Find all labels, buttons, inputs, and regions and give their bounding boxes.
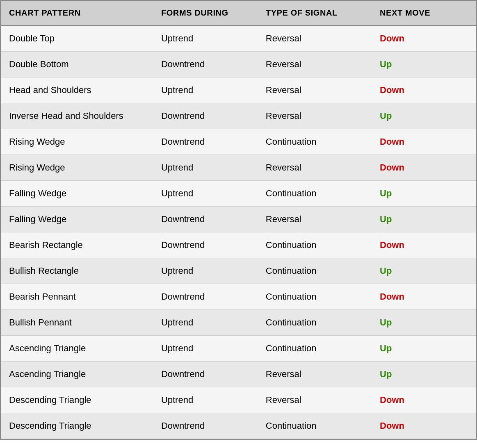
table-row: Descending TriangleUptrendReversalDown bbox=[1, 387, 476, 413]
cell-chart-pattern: Ascending Triangle bbox=[1, 362, 153, 387]
cell-chart-pattern: Falling Wedge bbox=[1, 207, 153, 232]
next-move-value: Up bbox=[380, 214, 392, 224]
cell-forms-during: Downtrend bbox=[153, 52, 258, 77]
cell-next-move: Down bbox=[372, 25, 476, 52]
cell-type-of-signal: Continuation bbox=[258, 181, 372, 207]
next-move-value: Down bbox=[380, 291, 404, 302]
table-row: Head and ShouldersUptrendReversalDown bbox=[1, 77, 476, 103]
cell-type-of-signal: Reversal bbox=[258, 52, 372, 77]
cell-type-of-signal: Reversal bbox=[258, 25, 372, 52]
table-row: Bearish PennantDowntrendContinuationDown bbox=[1, 284, 476, 310]
header-type-of-signal: TYPE OF SIGNAL bbox=[258, 1, 372, 25]
table-row: Bullish RectangleUptrendContinuationUp bbox=[1, 258, 476, 284]
next-move-value: Down bbox=[380, 421, 404, 431]
header-forms-during: FORMS DURING bbox=[153, 1, 258, 25]
cell-type-of-signal: Continuation bbox=[258, 129, 372, 155]
next-move-value: Up bbox=[380, 317, 392, 327]
next-move-value: Down bbox=[380, 240, 404, 250]
cell-next-move: Up bbox=[372, 181, 476, 207]
cell-forms-during: Uptrend bbox=[153, 25, 258, 52]
next-move-value: Up bbox=[380, 266, 392, 276]
cell-forms-during: Uptrend bbox=[153, 258, 258, 284]
next-move-value: Up bbox=[380, 59, 392, 69]
cell-forms-during: Uptrend bbox=[153, 310, 258, 336]
cell-type-of-signal: Continuation bbox=[258, 310, 372, 336]
cell-chart-pattern: Descending Triangle bbox=[1, 413, 153, 439]
cell-next-move: Up bbox=[372, 207, 476, 232]
cell-chart-pattern: Descending Triangle bbox=[1, 387, 153, 413]
table-row: Falling WedgeDowntrendReversalUp bbox=[1, 207, 476, 232]
cell-chart-pattern: Bullish Rectangle bbox=[1, 258, 153, 284]
cell-chart-pattern: Bullish Pennant bbox=[1, 310, 153, 336]
header-chart-pattern: CHART PATTERN bbox=[1, 1, 153, 25]
cell-chart-pattern: Double Top bbox=[1, 25, 153, 52]
cell-next-move: Down bbox=[372, 129, 476, 155]
next-move-value: Up bbox=[380, 343, 392, 353]
cell-type-of-signal: Continuation bbox=[258, 232, 372, 258]
cell-type-of-signal: Reversal bbox=[258, 207, 372, 232]
cell-next-move: Up bbox=[372, 103, 476, 129]
cell-type-of-signal: Reversal bbox=[258, 362, 372, 387]
cell-type-of-signal: Reversal bbox=[258, 155, 372, 181]
cell-next-move: Down bbox=[372, 232, 476, 258]
cell-next-move: Up bbox=[372, 336, 476, 362]
cell-forms-during: Uptrend bbox=[153, 336, 258, 362]
cell-chart-pattern: Head and Shoulders bbox=[1, 77, 153, 103]
cell-type-of-signal: Continuation bbox=[258, 284, 372, 310]
cell-forms-during: Uptrend bbox=[153, 155, 258, 181]
cell-forms-during: Downtrend bbox=[153, 129, 258, 155]
table-row: Rising WedgeUptrendReversalDown bbox=[1, 155, 476, 181]
cell-forms-during: Uptrend bbox=[153, 181, 258, 207]
cell-next-move: Down bbox=[372, 155, 476, 181]
table-row: Rising WedgeDowntrendContinuationDown bbox=[1, 129, 476, 155]
cell-forms-during: Uptrend bbox=[153, 77, 258, 103]
table-row: Ascending TriangleUptrendContinuationUp bbox=[1, 336, 476, 362]
cell-next-move: Up bbox=[372, 362, 476, 387]
table-row: Bullish PennantUptrendContinuationUp bbox=[1, 310, 476, 336]
cell-chart-pattern: Bearish Rectangle bbox=[1, 232, 153, 258]
cell-chart-pattern: Bearish Pennant bbox=[1, 284, 153, 310]
next-move-value: Down bbox=[380, 85, 404, 95]
cell-type-of-signal: Reversal bbox=[258, 77, 372, 103]
cell-chart-pattern: Ascending Triangle bbox=[1, 336, 153, 362]
table-row: Bearish RectangleDowntrendContinuationDo… bbox=[1, 232, 476, 258]
cell-chart-pattern: Inverse Head and Shoulders bbox=[1, 103, 153, 129]
cell-forms-during: Downtrend bbox=[153, 103, 258, 129]
cell-next-move: Down bbox=[372, 387, 476, 413]
cell-type-of-signal: Continuation bbox=[258, 258, 372, 284]
cell-chart-pattern: Rising Wedge bbox=[1, 129, 153, 155]
cell-type-of-signal: Reversal bbox=[258, 103, 372, 129]
next-move-value: Down bbox=[380, 136, 404, 147]
cell-chart-pattern: Double Bottom bbox=[1, 52, 153, 77]
table-row: Falling WedgeUptrendContinuationUp bbox=[1, 181, 476, 207]
cell-type-of-signal: Reversal bbox=[258, 387, 372, 413]
cell-next-move: Up bbox=[372, 310, 476, 336]
chart-pattern-table: CHART PATTERN FORMS DURING TYPE OF SIGNA… bbox=[0, 0, 477, 440]
next-move-value: Down bbox=[380, 162, 404, 173]
next-move-value: Up bbox=[380, 369, 392, 379]
cell-forms-during: Downtrend bbox=[153, 207, 258, 232]
cell-next-move: Down bbox=[372, 284, 476, 310]
next-move-value: Up bbox=[380, 111, 392, 121]
cell-next-move: Down bbox=[372, 77, 476, 103]
table-row: Double BottomDowntrendReversalUp bbox=[1, 52, 476, 77]
cell-type-of-signal: Continuation bbox=[258, 413, 372, 439]
cell-type-of-signal: Continuation bbox=[258, 336, 372, 362]
cell-forms-during: Downtrend bbox=[153, 362, 258, 387]
cell-forms-during: Downtrend bbox=[153, 232, 258, 258]
cell-forms-during: Uptrend bbox=[153, 387, 258, 413]
table-row: Inverse Head and ShouldersDowntrendRever… bbox=[1, 103, 476, 129]
next-move-value: Up bbox=[380, 188, 392, 198]
cell-next-move: Up bbox=[372, 258, 476, 284]
cell-chart-pattern: Rising Wedge bbox=[1, 155, 153, 181]
cell-chart-pattern: Falling Wedge bbox=[1, 181, 153, 207]
header-next-move: NEXT MOVE bbox=[372, 1, 476, 25]
table-row: Double TopUptrendReversalDown bbox=[1, 25, 476, 52]
cell-forms-during: Downtrend bbox=[153, 284, 258, 310]
cell-forms-during: Downtrend bbox=[153, 413, 258, 439]
table-row: Ascending TriangleDowntrendReversalUp bbox=[1, 362, 476, 387]
table-header-row: CHART PATTERN FORMS DURING TYPE OF SIGNA… bbox=[1, 1, 476, 25]
cell-next-move: Down bbox=[372, 413, 476, 439]
next-move-value: Down bbox=[380, 395, 404, 405]
cell-next-move: Up bbox=[372, 52, 476, 77]
